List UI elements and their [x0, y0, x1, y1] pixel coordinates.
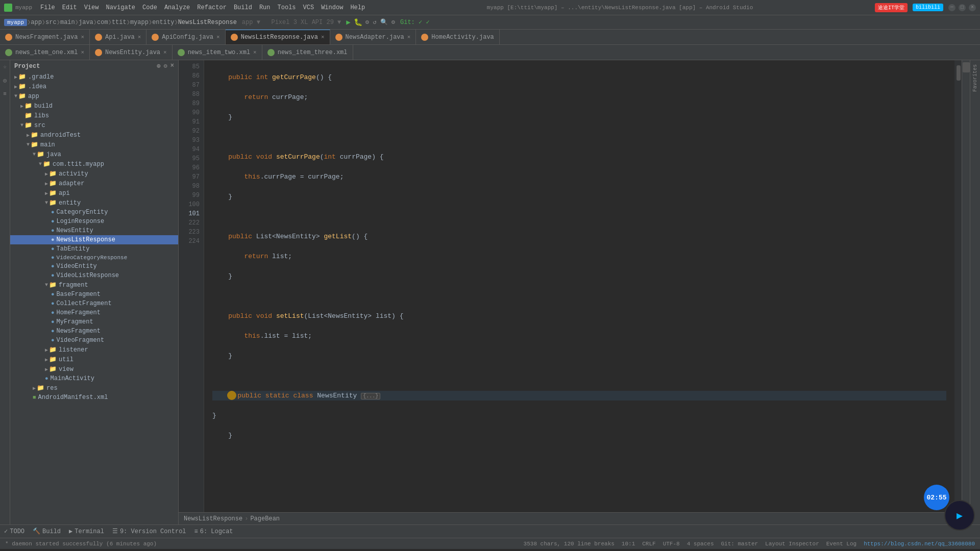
close-button[interactable]: ×: [969, 4, 976, 11]
act-icon-1[interactable]: ☆: [3, 63, 7, 70]
sidebar-item-androidmanifest[interactable]: ■ AndroidManifest.xml: [10, 393, 178, 402]
sidebar-item-videolistresponse[interactable]: ● VideoListResponse: [10, 271, 178, 280]
tree-item-src[interactable]: ▼ 📁 src: [10, 120, 178, 130]
status-layout-inspector[interactable]: Layout Inspector: [765, 541, 819, 547]
sidebar-item-util[interactable]: ▶ 📁 util: [10, 355, 178, 364]
menu-vcs[interactable]: VCS: [303, 4, 314, 11]
menu-code[interactable]: Code: [142, 4, 157, 11]
tree-item-libs[interactable]: ▶ 📁 libs: [10, 111, 178, 120]
sidebar-item-adapter[interactable]: ▶ 📁 adapter: [10, 179, 178, 188]
tab-newsitemtwo[interactable]: news_item_two.xml ×: [173, 45, 262, 60]
tab-build[interactable]: 🔨 Build: [33, 528, 61, 535]
maximize-button[interactable]: □: [959, 4, 966, 11]
menu-view[interactable]: View: [84, 4, 99, 11]
tab-close-xml2[interactable]: ×: [253, 49, 257, 56]
sidebar-item-tabentity[interactable]: ● TabEntity: [10, 244, 178, 254]
sidebar-icon-settings[interactable]: ⚙: [164, 62, 167, 70]
act-icon-3[interactable]: ≡: [3, 91, 7, 97]
sidebar-item-fragment[interactable]: ▼ 📁 fragment: [10, 280, 178, 290]
tab-terminal[interactable]: ▶ Terminal: [69, 528, 104, 535]
tab-homeactivity[interactable]: HomeActivity.java: [416, 30, 499, 44]
sidebar-icon-close[interactable]: ×: [170, 62, 174, 70]
favorites-label[interactable]: Favorites: [972, 64, 978, 92]
menu-tools[interactable]: Tools: [278, 4, 296, 11]
bc-app[interactable]: app: [31, 19, 42, 26]
debug-button[interactable]: 🐛: [354, 18, 362, 27]
tree-item-build[interactable]: ▶ 📁 build: [10, 101, 178, 111]
sidebar-item-basefragment[interactable]: ● BaseFragment: [10, 290, 178, 299]
device-selector[interactable]: app ▼ Pixel 3 XL API 29 ▼: [242, 19, 341, 26]
sidebar-item-res[interactable]: ▶ 📁 res: [10, 383, 178, 393]
tab-close-apiconfig[interactable]: ×: [216, 34, 220, 40]
sidebar-item-activity[interactable]: ▶ 📁 activity: [10, 169, 178, 179]
tab-api[interactable]: Api.java ×: [90, 30, 146, 44]
tree-item-idea[interactable]: ▶ 📁 .idea: [10, 82, 178, 91]
sidebar-item-collectfragment[interactable]: ● CollectFragment: [10, 299, 178, 308]
sidebar-item-mainactivity[interactable]: ● MainActivity: [10, 374, 178, 383]
tree-item-package[interactable]: ▼ 📁 com.ttit.myapp: [10, 159, 178, 169]
sidebar-item-videoentity[interactable]: ● VideoEntity: [10, 262, 178, 271]
code-editor[interactable]: public int getCurrPage() { return currPa…: [204, 60, 954, 512]
sidebar-item-newslistresponse[interactable]: ● NewsListResponse: [10, 235, 178, 244]
tab-newsitemone[interactable]: news_item_one.xml ×: [0, 45, 90, 60]
run-button[interactable]: ▶: [346, 18, 350, 27]
timer-badge[interactable]: 02:55: [924, 485, 949, 510]
tab-newsitemthree[interactable]: news_item_three.xml: [262, 45, 353, 60]
bc-entity[interactable]: entity: [152, 19, 174, 26]
minimize-button[interactable]: ─: [948, 4, 955, 11]
code-view[interactable]: 85 86 87 88 89 90 91 92 93 94 95 96 97 9…: [179, 60, 962, 512]
tab-newslistresponse[interactable]: NewsListResponse.java ×: [226, 30, 330, 44]
tab-close-newslistresponse[interactable]: ×: [321, 34, 325, 40]
tab-newsentity[interactable]: NewsEntity.java ×: [90, 45, 173, 60]
sidebar-item-videofragment[interactable]: ● VideoFragment: [10, 336, 178, 345]
sidebar-item-myfragment[interactable]: ● MyFragment: [10, 317, 178, 327]
tab-close-newsadapter[interactable]: ×: [407, 34, 411, 40]
bc-ttit[interactable]: ttit: [112, 19, 127, 26]
sidebar-item-categoryentity[interactable]: ● CategoryEntity: [10, 208, 178, 217]
sidebar-item-listener[interactable]: ▶ 📁 listener: [10, 345, 178, 355]
menu-window[interactable]: Window: [321, 4, 343, 11]
menu-edit[interactable]: Edit: [62, 4, 77, 11]
tab-close-api[interactable]: ×: [138, 34, 141, 40]
tab-close-xml1[interactable]: ×: [81, 49, 84, 56]
tab-newsadapter[interactable]: NewsAdapter.java ×: [330, 30, 416, 44]
sidebar-item-newsfragment[interactable]: ● NewsFragment: [10, 327, 178, 336]
menu-run[interactable]: Run: [259, 4, 271, 11]
video-badge[interactable]: ▶: [944, 500, 975, 531]
tab-apiconfig[interactable]: ApiConfig.java ×: [146, 30, 225, 44]
sidebar-item-homefragment[interactable]: ● HomeFragment: [10, 308, 178, 317]
bc-main[interactable]: main: [60, 19, 75, 26]
bc-myapp[interactable]: myapp: [130, 19, 149, 26]
menu-build[interactable]: Build: [234, 4, 252, 11]
bc-com[interactable]: com: [97, 19, 108, 26]
tree-item-main[interactable]: ▼ 📁 main: [10, 140, 178, 149]
bc-newslistresponse[interactable]: NewsListResponse: [178, 19, 237, 26]
tree-item-gradle[interactable]: ▶ 📁 .gradle: [10, 72, 178, 82]
menu-help[interactable]: Help: [350, 4, 365, 11]
editor-minimap-thumb[interactable]: [963, 62, 970, 72]
sidebar-item-api[interactable]: ▶ 📁 api: [10, 188, 178, 198]
bc-java[interactable]: java: [79, 19, 93, 26]
tab-close[interactable]: ×: [81, 34, 84, 40]
tab-logcat[interactable]: ≡ 6: Logcat: [194, 528, 233, 535]
tab-newsfragment[interactable]: NewsFragment.java ×: [0, 30, 90, 44]
act-icon-2[interactable]: ◎: [3, 77, 7, 84]
tree-item-java[interactable]: ▼ 📁 java: [10, 149, 178, 159]
tree-item-androidtest[interactable]: ▶ 📁 androidTest: [10, 130, 178, 140]
sidebar-item-videocategoryresponse[interactable]: ● VideoCategoryResponse: [10, 254, 178, 262]
sidebar-icon-sync[interactable]: ⊕: [157, 62, 160, 70]
tree-item-app[interactable]: ▼ 📁 app: [10, 91, 178, 101]
menu-refactor[interactable]: Refactor: [197, 4, 227, 11]
sidebar-item-view[interactable]: ▶ 📁 view: [10, 364, 178, 374]
menu-file[interactable]: File: [40, 4, 55, 11]
status-event-log[interactable]: Event Log: [826, 541, 856, 547]
tab-todo[interactable]: ✓ TODO: [4, 528, 24, 535]
scrollbar-thumb[interactable]: [957, 65, 961, 81]
sidebar-item-newsentity[interactable]: ● NewsEntity: [10, 226, 178, 235]
bc-src[interactable]: src: [45, 19, 57, 26]
tab-close-newsentity[interactable]: ×: [163, 49, 167, 56]
sidebar-item-loginresponse[interactable]: ● LoginResponse: [10, 217, 178, 226]
menu-navigate[interactable]: Navigate: [106, 4, 135, 11]
sidebar-item-entity[interactable]: ▼ 📁 entity: [10, 198, 178, 208]
tab-version-control[interactable]: ☰ 9: Version Control: [112, 528, 186, 535]
